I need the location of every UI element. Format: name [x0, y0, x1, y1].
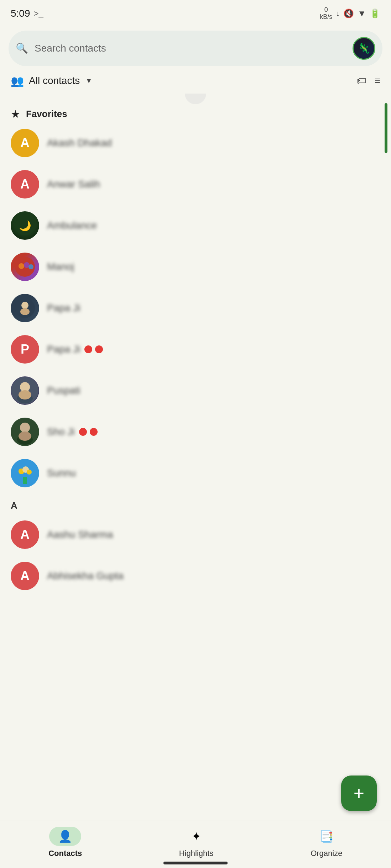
add-contact-fab[interactable]: + [341, 776, 377, 811]
contact-name-row: Akash Dhakad [47, 137, 112, 149]
avatar: A [11, 562, 39, 590]
contact-item[interactable]: A Anwar Salih [0, 164, 391, 205]
contact-name-row: Papa Ji [47, 344, 103, 355]
organize-icon: 📑 [319, 830, 334, 843]
status-bar: 5:09 >_ 0kB/s ↓ 🔇 ▼ 🔋 [0, 0, 391, 24]
contacts-nav-label: Contacts [48, 849, 82, 858]
avatar [11, 253, 39, 281]
avatar: A [11, 170, 39, 199]
highlights-nav-label: Highlights [179, 849, 214, 858]
search-input[interactable]: Search contacts [35, 43, 346, 54]
battery-icon: 🔋 [370, 9, 380, 18]
download-icon: ↓ [336, 9, 340, 18]
filter-icon[interactable]: ≡ [375, 75, 380, 86]
avatar [11, 418, 39, 446]
contact-item[interactable]: 🌙 Ambulance [0, 205, 391, 246]
label-icon[interactable]: 🏷 [356, 75, 366, 87]
svg-point-5 [28, 264, 33, 269]
contact-item[interactable]: P Papa Ji [0, 329, 391, 370]
svg-rect-22 [23, 477, 27, 484]
svg-point-9 [20, 308, 30, 315]
terminal-icon: >_ [34, 9, 43, 18]
contact-name: Ambulance [47, 220, 97, 231]
avatar [11, 294, 39, 322]
nav-item-contacts[interactable]: 👤 Contacts [48, 827, 82, 858]
all-contacts-label: All contacts [29, 75, 80, 86]
contact-name: Sunnu [47, 467, 76, 479]
contact-item[interactable]: Papa Ji [0, 287, 391, 329]
toolbar-actions: 🏷 ≡ [356, 75, 380, 87]
status-icons: 0kB/s ↓ 🔇 ▼ 🔋 [320, 6, 380, 21]
contact-item[interactable]: Manoj [0, 246, 391, 287]
svg-point-21 [27, 470, 32, 475]
nav-item-organize[interactable]: 📑 Organize [311, 827, 343, 858]
mute-icon: 🔇 [343, 9, 354, 18]
search-bar[interactable]: 🔍 Search contacts 🦎 [9, 31, 382, 66]
wifi-icon: ▼ [358, 9, 366, 18]
contact-name-row: Abhisekha Gupta [47, 570, 124, 582]
organize-nav-icon-wrap: 📑 [311, 827, 343, 846]
scroll-indicator [385, 103, 387, 153]
contact-name-row: Sho Ji [47, 426, 98, 438]
contact-name: Abhisekha Gupta [47, 570, 124, 582]
highlights-nav-icon-wrap: ✦ [180, 827, 212, 846]
star-icon: ★ [11, 108, 20, 120]
contact-name-row: Anwar Salih [47, 179, 100, 190]
contact-name: Aashu Sharma [47, 529, 113, 540]
contact-item[interactable]: Sunnu [0, 452, 391, 494]
avatar: A [11, 129, 39, 157]
svg-point-13 [19, 390, 31, 399]
contact-name: Anwar Salih [47, 179, 100, 190]
data-speed: 0kB/s [320, 6, 332, 21]
user-avatar-header[interactable]: 🦎 [353, 37, 375, 60]
plus-icon: + [354, 783, 364, 804]
svg-point-3 [19, 263, 24, 269]
search-icon: 🔍 [16, 42, 28, 54]
home-indicator [163, 862, 228, 864]
avatar: 🌙 [11, 211, 39, 240]
contact-name: Sho Ji [47, 426, 75, 438]
contact-name-row: Sunnu [47, 467, 76, 479]
svg-point-17 [19, 432, 31, 441]
organize-nav-label: Organize [311, 849, 342, 858]
svg-point-15 [20, 423, 30, 433]
contact-name: Papa Ji [47, 344, 80, 355]
contacts-toolbar: 👥 All contacts ▾ 🏷 ≡ [0, 70, 391, 92]
contacts-icon: 👤 [58, 830, 72, 843]
avatar: A [11, 520, 39, 549]
contact-item[interactable]: A Abhisekha Gupta [0, 555, 391, 597]
chevron-down-icon: ▾ [87, 76, 91, 85]
contact-name-row: Puspati [47, 385, 80, 396]
status-time: 5:09 [11, 8, 30, 19]
nav-item-highlights[interactable]: ✦ Highlights [179, 827, 214, 858]
avatar: P [11, 335, 39, 364]
contact-name-row: Ambulance [47, 220, 97, 231]
contact-item[interactable]: Puspati [0, 370, 391, 411]
contact-name-row: Aashu Sharma [47, 529, 113, 540]
favorites-section-header: ★ Favorites [0, 104, 391, 122]
svg-text:🌙: 🌙 [19, 220, 31, 232]
contact-name-row: Papa Ji [47, 302, 80, 314]
contact-item[interactable]: Sho Ji [0, 411, 391, 452]
avatar [11, 459, 39, 487]
bottom-nav: 👤 Contacts ✦ Highlights 📑 Organize [0, 820, 391, 868]
favorites-list: A Akash Dhakad A Anwar Salih 🌙 Ambulance [0, 122, 391, 494]
contact-name: Akash Dhakad [47, 137, 112, 149]
section-letter-a: A [0, 494, 391, 514]
svg-point-7 [21, 302, 28, 309]
contact-name-row: Manoj [47, 261, 74, 272]
search-bar-container: 🔍 Search contacts 🦎 [0, 24, 391, 70]
all-contacts-selector[interactable]: 👥 All contacts ▾ [11, 75, 91, 87]
pull-indicator [0, 92, 391, 104]
red-dots-indicator [84, 345, 103, 353]
contacts-group-icon: 👥 [11, 75, 24, 87]
contact-name: Manoj [47, 261, 74, 272]
contact-item[interactable]: A Akash Dhakad [0, 122, 391, 164]
avatar [11, 376, 39, 405]
favorites-title: Favorites [26, 108, 67, 120]
contact-item[interactable]: A Aashu Sharma [0, 514, 391, 555]
highlights-icon: ✦ [192, 830, 201, 843]
red-dots-indicator [79, 428, 98, 436]
contacts-nav-icon-wrap: 👤 [49, 827, 81, 846]
contact-name: Puspati [47, 385, 80, 396]
